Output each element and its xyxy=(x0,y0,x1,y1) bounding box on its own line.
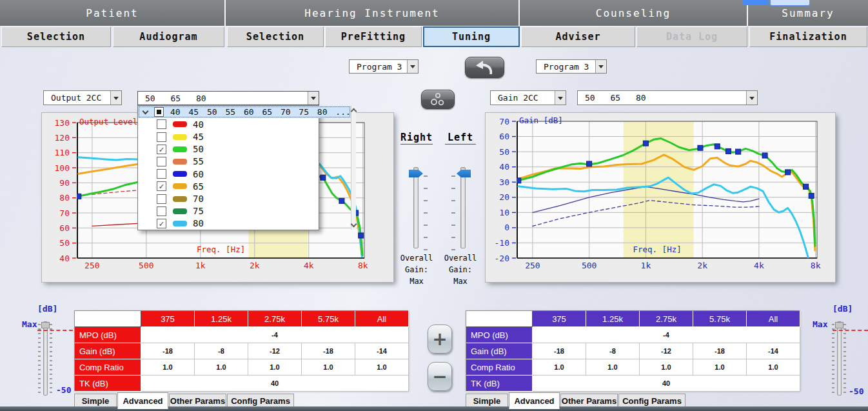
table-value-cell[interactable]: 1.0 xyxy=(586,359,640,376)
curve-handle-marker[interactable] xyxy=(736,149,741,154)
left-master-slider-track[interactable] xyxy=(43,321,48,396)
legend-item-70[interactable]: 70 xyxy=(138,192,351,205)
param-tab-simple[interactable]: Simple xyxy=(466,394,508,408)
legend-checkbox[interactable]: ✓ xyxy=(157,145,166,154)
dropdown-arrow-icon[interactable] xyxy=(595,60,606,73)
right-master-slider-thumb[interactable] xyxy=(835,322,843,328)
table-value-cell[interactable]: 1.0 xyxy=(693,359,747,376)
table-value-cell[interactable]: -18 xyxy=(302,343,355,359)
legend-item-45[interactable]: 45 xyxy=(138,131,351,143)
curve-handle-marker[interactable] xyxy=(587,161,592,166)
increase-button[interactable]: + xyxy=(428,325,452,354)
curve-handle-marker[interactable] xyxy=(762,153,767,158)
legend-checkbox[interactable] xyxy=(157,132,166,142)
legend-checkbox[interactable]: ✓ xyxy=(157,181,166,191)
tab-adviser[interactable]: Adviser xyxy=(521,26,635,47)
tab-hi-selection[interactable]: Selection xyxy=(227,26,324,47)
table-col-header-2.75k[interactable]: 2.75k xyxy=(248,311,302,327)
param-tab-simple[interactable]: Simple xyxy=(74,394,117,408)
curve-handle-marker[interactable] xyxy=(809,193,814,198)
tab-audiogram[interactable]: Audiogram xyxy=(113,26,224,47)
legend-checkbox[interactable] xyxy=(157,157,166,166)
curve-handle-marker[interactable] xyxy=(76,194,81,199)
legend-checkbox[interactable] xyxy=(157,169,166,179)
param-tab-advanced[interactable]: Advanced xyxy=(117,392,168,409)
table-value-cell[interactable]: 1.0 xyxy=(747,359,800,376)
curve-levels-select-left[interactable]: 50 65 80 xyxy=(137,91,319,105)
output-view-select[interactable]: Output 2CC xyxy=(43,90,122,105)
curve-handle-marker[interactable] xyxy=(643,141,648,146)
curve-handle-marker[interactable] xyxy=(715,144,720,149)
curve-handle-marker[interactable] xyxy=(698,145,703,150)
legend-item-60[interactable]: 60 xyxy=(138,168,351,180)
left-master-slider-thumb[interactable] xyxy=(41,322,50,328)
param-tab-advanced[interactable]: Advanced xyxy=(509,392,560,409)
tab-prefitting[interactable]: PreFitting xyxy=(325,26,422,47)
table-value-cell[interactable]: 1.0 xyxy=(248,359,302,376)
table-col-header-5.75k[interactable]: 5.75k xyxy=(693,311,747,327)
dropdown-arrow-icon[interactable] xyxy=(746,91,757,105)
param-tab-other-params[interactable]: Other Params xyxy=(560,394,618,408)
curve-handle-marker[interactable] xyxy=(785,170,791,175)
right-master-slider-track[interactable] xyxy=(837,321,842,396)
scroll-down-icon[interactable] xyxy=(350,221,357,228)
legend-item-55[interactable]: 55 xyxy=(138,155,351,168)
table-value-cell[interactable]: -14 xyxy=(747,343,800,359)
table-merged-value[interactable]: 40 xyxy=(533,376,800,392)
table-value-cell[interactable]: -18 xyxy=(141,343,195,359)
param-tab-config-params[interactable]: Config Params xyxy=(618,394,686,408)
table-col-header-1.25k[interactable]: 1.25k xyxy=(195,311,248,327)
legend-checkbox[interactable] xyxy=(157,194,166,204)
legend-checkbox[interactable] xyxy=(157,206,166,216)
select-all-checkbox[interactable] xyxy=(154,107,164,117)
table-value-cell[interactable]: 1.0 xyxy=(533,359,586,376)
curve-levels-select-right[interactable]: 50 65 80 xyxy=(577,90,758,105)
param-tab-config-params[interactable]: Config Params xyxy=(227,394,294,408)
dropdown-arrow-icon[interactable] xyxy=(407,60,418,73)
decrease-button[interactable]: − xyxy=(428,362,452,391)
left-gain-slider-thumb[interactable] xyxy=(457,170,471,177)
table-col-header-1.25k[interactable]: 1.25k xyxy=(586,311,640,327)
table-merged-value[interactable]: -4 xyxy=(533,327,800,343)
table-value-cell[interactable]: 1.0 xyxy=(355,359,409,376)
table-value-cell[interactable]: 1.0 xyxy=(302,359,355,376)
link-channels-button[interactable] xyxy=(421,90,455,109)
table-value-cell[interactable]: -18 xyxy=(533,343,586,359)
curve-handle-marker[interactable] xyxy=(516,178,521,183)
gain-chart-panel[interactable]: -20-100102030405060702505001k2k4k8kGain … xyxy=(486,113,835,282)
dropdown-arrow-icon[interactable] xyxy=(308,92,319,105)
right-gain-slider-thumb[interactable] xyxy=(409,170,423,177)
table-value-cell[interactable]: -8 xyxy=(586,343,640,359)
gain-chart[interactable]: -20-100102030405060702505001k2k4k8kGain … xyxy=(486,113,835,282)
table-value-cell[interactable]: -12 xyxy=(640,343,693,359)
legend-checkbox[interactable]: ✓ xyxy=(157,219,166,228)
legend-item-80[interactable]: ✓80 xyxy=(138,217,351,230)
table-col-header-All[interactable]: All xyxy=(747,311,800,327)
tab-patient-selection[interactable]: Selection xyxy=(1,26,111,47)
dropdown-arrow-icon[interactable] xyxy=(110,91,121,105)
table-value-cell[interactable]: -8 xyxy=(195,343,248,359)
curve-handle-marker[interactable] xyxy=(359,233,364,238)
tab-tuning[interactable]: Tuning xyxy=(423,26,520,47)
dropdown-arrow-icon[interactable] xyxy=(555,91,566,105)
tab-finalization[interactable]: Finalization xyxy=(749,26,867,47)
table-value-cell[interactable]: 1.0 xyxy=(195,359,248,376)
table-merged-value[interactable]: -4 xyxy=(141,327,409,343)
param-tab-other-params[interactable]: Other Params xyxy=(169,394,226,408)
legend-scrollbar[interactable] xyxy=(351,106,356,230)
table-col-header-375[interactable]: 375 xyxy=(533,311,586,327)
table-value-cell[interactable]: 1.0 xyxy=(640,359,693,376)
curve-handle-marker[interactable] xyxy=(725,148,731,154)
table-col-header-2.75k[interactable]: 2.75k xyxy=(640,311,693,327)
undo-button[interactable] xyxy=(465,57,504,78)
scroll-up-icon[interactable] xyxy=(350,108,357,115)
program-select-left[interactable]: Program 3 xyxy=(349,59,419,74)
legend-checkbox[interactable] xyxy=(157,119,166,129)
right-gain-slider-track[interactable] xyxy=(413,167,419,248)
table-col-header-5.75k[interactable]: 5.75k xyxy=(302,311,355,327)
curve-handle-marker[interactable] xyxy=(804,184,809,189)
table-value-cell[interactable]: -14 xyxy=(355,343,409,359)
table-col-header-All[interactable]: All xyxy=(355,311,409,327)
legend-item-65[interactable]: ✓65 xyxy=(138,180,351,192)
table-merged-value[interactable]: 40 xyxy=(141,376,409,392)
